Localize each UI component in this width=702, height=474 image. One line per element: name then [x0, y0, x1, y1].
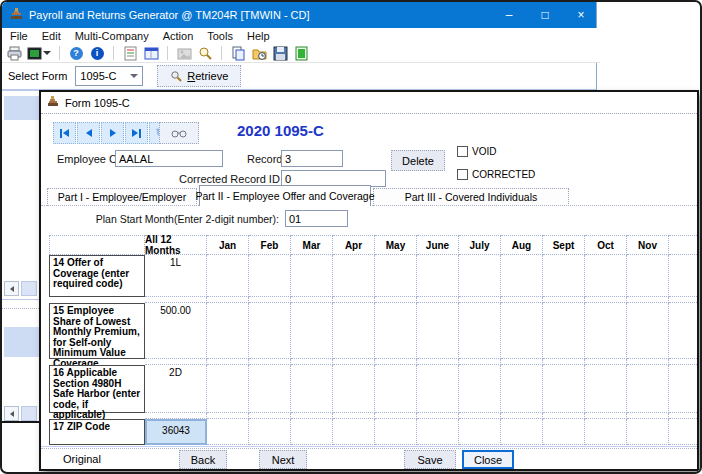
horizontal-scrollbar[interactable] [4, 406, 39, 421]
grid-cell-month[interactable] [585, 365, 627, 413]
menu-file[interactable]: File [10, 30, 28, 42]
grid-cell-month[interactable] [501, 365, 543, 413]
grid-cell-month[interactable] [207, 255, 249, 297]
copy-records-icon[interactable] [230, 45, 246, 61]
tab-part3-covered-individuals[interactable]: Part III - Covered Individuals [373, 188, 569, 206]
grid-cell-month[interactable] [627, 419, 669, 445]
preview-button[interactable] [159, 122, 199, 144]
menu-multi-company[interactable]: Multi-Company [75, 30, 149, 42]
grid-cell-month[interactable] [459, 419, 501, 445]
close-window-button[interactable]: × [574, 8, 588, 22]
help-icon[interactable]: ? [68, 45, 84, 61]
exit-icon[interactable] [293, 45, 309, 61]
menu-help[interactable]: Help [247, 30, 270, 42]
close-button[interactable]: Close [462, 450, 514, 469]
grid-cell-month[interactable] [417, 303, 459, 359]
maximize-button[interactable]: □ [538, 8, 552, 22]
grid-cell-month[interactable] [333, 255, 375, 297]
grid-cell-month[interactable] [669, 365, 699, 413]
tab-part2-employee-offer-coverage[interactable]: Part II - Employee Offer and Coverage [199, 185, 371, 206]
form-document-icon[interactable] [122, 45, 138, 61]
next-record-button[interactable] [101, 122, 124, 144]
grid-cell-month[interactable] [249, 365, 291, 413]
form-select-dropdown[interactable]: 1095-C [75, 66, 143, 86]
grid-cell-month[interactable] [207, 303, 249, 359]
grid-cell-month[interactable] [501, 303, 543, 359]
search-icon[interactable] [197, 45, 213, 61]
previous-record-button[interactable] [77, 122, 100, 144]
history-icon[interactable] [251, 45, 267, 61]
grid-cell-all-12-months[interactable]: 2D [145, 365, 207, 413]
grid-cell-month[interactable] [543, 255, 585, 297]
grid-cell-month[interactable] [375, 255, 417, 297]
grid-cell-month[interactable] [669, 255, 699, 297]
grid-cell-month[interactable] [627, 365, 669, 413]
dropdown-caret-icon[interactable] [43, 51, 51, 55]
grid-cell-month[interactable] [333, 303, 375, 359]
grid-cell-month[interactable] [249, 255, 291, 297]
grid-cell-month[interactable] [459, 365, 501, 413]
minimize-button[interactable]: – [502, 8, 516, 22]
grid-cell-month[interactable] [543, 365, 585, 413]
print-icon[interactable] [6, 45, 22, 61]
grid-cell-month[interactable] [207, 365, 249, 413]
grid-cell-month[interactable] [333, 365, 375, 413]
horizontal-scrollbar[interactable] [4, 281, 39, 296]
employee-code-input[interactable] [115, 150, 223, 167]
scroll-left-arrow-icon[interactable] [4, 406, 19, 421]
grid-cell-month[interactable] [417, 365, 459, 413]
scroll-left-arrow-icon[interactable] [4, 281, 19, 296]
scrollbar-thumb[interactable] [21, 406, 37, 421]
grid-cell-month[interactable] [459, 255, 501, 297]
grid-cell-month[interactable] [375, 303, 417, 359]
window-grid-icon[interactable] [143, 45, 159, 61]
image-disabled-icon[interactable] [176, 45, 192, 61]
grid-cell-month[interactable] [333, 419, 375, 445]
grid-cell-month[interactable] [291, 365, 333, 413]
grid-cell-month[interactable] [669, 419, 699, 445]
save-icon[interactable] [272, 45, 288, 61]
grid-cell-all-12-months[interactable]: 1L [145, 255, 207, 297]
report-export-icon[interactable] [27, 45, 51, 61]
menu-edit[interactable]: Edit [42, 30, 61, 42]
scrollbar-thumb[interactable] [21, 281, 37, 296]
grid-cell-all-12-months[interactable]: 500.00 [145, 303, 207, 359]
grid-cell-month[interactable] [459, 303, 501, 359]
grid-cell-month[interactable] [207, 419, 249, 445]
retrieve-button[interactable]: Retrieve [157, 65, 241, 87]
last-record-button[interactable] [125, 122, 148, 144]
grid-cell-month[interactable] [627, 303, 669, 359]
grid-cell-month[interactable] [501, 419, 543, 445]
grid-cell-month[interactable] [501, 255, 543, 297]
save-button[interactable]: Save [404, 450, 456, 469]
grid-cell-month[interactable] [627, 255, 669, 297]
info-icon[interactable]: i [89, 45, 105, 61]
grid-cell-month[interactable] [375, 419, 417, 445]
first-record-button[interactable] [53, 122, 76, 144]
grid-cell-month[interactable] [291, 303, 333, 359]
delete-button[interactable]: Delete [391, 150, 445, 171]
next-button[interactable]: Next [259, 450, 307, 469]
grid-cell-month[interactable] [291, 419, 333, 445]
grid-cell-month[interactable] [249, 303, 291, 359]
menu-tools[interactable]: Tools [207, 30, 233, 42]
grid-cell-month[interactable] [417, 419, 459, 445]
grid-cell-month[interactable] [417, 255, 459, 297]
corrected-checkbox[interactable] [457, 169, 468, 180]
grid-cell-month[interactable] [543, 419, 585, 445]
grid-cell-month[interactable] [585, 303, 627, 359]
grid-cell-month[interactable] [669, 303, 699, 359]
grid-cell-month[interactable] [585, 255, 627, 297]
grid-cell-month[interactable] [291, 255, 333, 297]
grid-cell-all-12-months[interactable]: 36043 [145, 419, 207, 445]
void-checkbox[interactable] [457, 146, 468, 157]
back-button[interactable]: Back [179, 450, 227, 469]
record-id-input[interactable] [281, 150, 343, 167]
grid-cell-month[interactable] [543, 303, 585, 359]
plan-start-month-input[interactable] [285, 210, 348, 227]
grid-cell-month[interactable] [585, 419, 627, 445]
grid-cell-month[interactable] [375, 365, 417, 413]
menu-action[interactable]: Action [163, 30, 194, 42]
tab-part1-employee-employer[interactable]: Part I - Employee/Employer [47, 188, 197, 206]
grid-cell-month[interactable] [249, 419, 291, 445]
